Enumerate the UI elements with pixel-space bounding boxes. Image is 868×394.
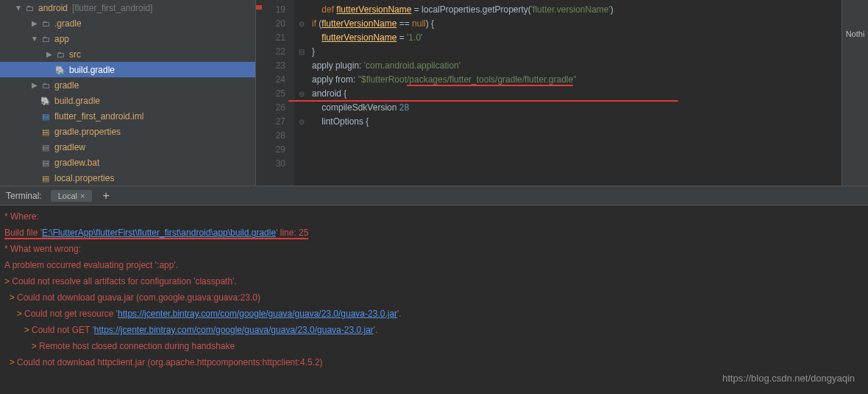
code-token: ) xyxy=(611,4,613,15)
code-line[interactable]: compileSdkVersion 28 xyxy=(294,101,842,115)
chevron-right-icon[interactable]: ▶ xyxy=(29,19,40,27)
tree-item[interactable]: ▤gradlew.bat xyxy=(0,155,255,170)
code-token: flutterVersionName xyxy=(321,32,396,43)
fold-icon[interactable]: ⊖ xyxy=(299,17,305,31)
right-pane: Nothi xyxy=(842,0,868,186)
tree-item[interactable]: 🐘build.gradle xyxy=(0,62,255,77)
code-line[interactable]: }⊟ xyxy=(294,45,842,59)
folder-icon: 🗀 xyxy=(54,49,66,60)
terminal-text: > xyxy=(4,325,32,335)
terminal-text: Could not resolve all artifacts for conf… xyxy=(12,276,236,286)
code-token: android { xyxy=(312,88,346,99)
right-pane-text: Nothi xyxy=(846,0,865,38)
fold-icon[interactable]: ⊖ xyxy=(299,115,305,129)
editor-area[interactable]: 192021222324252627282930 def flutterVers… xyxy=(256,0,868,186)
tree-root-label: android xyxy=(38,3,68,13)
terminal-text: * What went wrong: xyxy=(4,244,81,254)
add-tab-button[interactable]: + xyxy=(98,189,113,203)
tree-item[interactable]: ▤local.properties xyxy=(0,170,255,186)
fold-icon[interactable]: ⊟ xyxy=(299,45,305,59)
code-token: ) { xyxy=(426,18,434,29)
tree-item[interactable]: ▤gradlew xyxy=(0,139,255,155)
terminal-link[interactable]: https://jcenter.bintray.com/com/google/g… xyxy=(118,309,397,319)
code-line[interactable]: apply plugin: 'com.android.application' xyxy=(294,59,842,73)
close-icon[interactable]: × xyxy=(80,191,85,200)
tree-item-label: gradle.properties xyxy=(54,127,121,137)
terminal-text: Remote host closed connection during han… xyxy=(39,341,235,351)
code-token: 'com.android.application' xyxy=(364,60,460,71)
code-token: " xyxy=(573,74,576,85)
code-token xyxy=(312,32,321,43)
line-number: 22 xyxy=(256,45,285,59)
code-area[interactable]: def flutterVersionName = localProperties… xyxy=(294,0,842,186)
line-number: 25 xyxy=(256,87,285,101)
terminal-text: > xyxy=(4,341,39,351)
file-icon: ▤ xyxy=(40,157,51,169)
folder-icon: 🗀 xyxy=(24,2,35,14)
terminal-line: > Could not download httpclient.jar (org… xyxy=(4,354,864,370)
terminal-text: Build file ' xyxy=(4,228,42,239)
code-line[interactable]: apply from: "$flutterRoot/packages/flutt… xyxy=(294,73,842,87)
line-number: 21 xyxy=(256,31,285,45)
line-number: 27 xyxy=(256,115,285,129)
gradle-icon: 🐘 xyxy=(40,95,51,107)
code-token: : xyxy=(359,60,364,71)
line-number: 24 xyxy=(256,73,285,87)
terminal-label: Terminal: xyxy=(6,191,42,201)
file-yellow-icon: ▤ xyxy=(40,172,51,184)
terminal-text: * Where: xyxy=(4,211,39,222)
tree-root-annotation: [flutter_first_android] xyxy=(72,3,152,13)
terminal-tab-local[interactable]: Local × xyxy=(51,190,93,202)
tree-item[interactable]: ▤gradle.properties xyxy=(0,124,255,139)
tree-item[interactable]: ▼🗀app xyxy=(0,31,255,46)
code-token: lintOptions { xyxy=(312,116,369,127)
terminal-content[interactable]: * Where:Build file 'E:\FlutterApp\flutte… xyxy=(0,205,868,394)
terminal-text: ' line: 25 xyxy=(276,228,308,239)
terminal-link[interactable]: E:\FlutterApp\flutterFirst\flutter_first… xyxy=(42,228,276,239)
chevron-down-icon[interactable]: ▼ xyxy=(29,35,40,43)
code-line[interactable]: lintOptions {⊖ xyxy=(294,115,842,129)
code-line[interactable]: def flutterVersionName = localProperties… xyxy=(294,3,842,17)
code-token: '1.0' xyxy=(407,32,422,43)
code-token: /packages/flutter_tools/gradle/flutter.g… xyxy=(407,74,573,86)
top-split: ▼ 🗀 android [flutter_first_android] ▶🗀.g… xyxy=(0,0,868,186)
folder-icon: 🗀 xyxy=(40,33,51,45)
gutter: 192021222324252627282930 xyxy=(256,0,294,186)
terminal-text: > xyxy=(4,292,17,303)
code-token: == xyxy=(396,18,412,29)
code-token xyxy=(312,4,321,15)
line-number: 20 xyxy=(256,17,285,31)
tree-root[interactable]: ▼ 🗀 android [flutter_first_android] xyxy=(0,0,255,15)
terminal-line: > Could not GET 'https://jcenter.bintray… xyxy=(4,322,864,338)
terminal-text: Could not download guava.jar (com.google… xyxy=(17,292,260,303)
tree-item-label: src xyxy=(69,49,81,60)
terminal-text: Could not get resource ' xyxy=(24,309,118,319)
code-token: flutterVersionName xyxy=(321,18,396,29)
code-token: apply xyxy=(312,60,335,71)
terminal-line: * What went wrong: xyxy=(4,241,864,257)
code-token: = xyxy=(396,32,407,43)
terminal-line: * Where: xyxy=(4,208,864,225)
tree-item[interactable]: ▶🗀.gradle xyxy=(0,15,255,31)
project-tree[interactable]: ▼ 🗀 android [flutter_first_android] ▶🗀.g… xyxy=(0,0,256,186)
tree-item[interactable]: ▤flutter_first_android.iml xyxy=(0,108,255,124)
tree-item-label: flutter_first_android.iml xyxy=(54,111,143,122)
code-line[interactable]: if (flutterVersionName == null) {⊖ xyxy=(294,17,842,31)
code-line[interactable]: android {⊖ xyxy=(294,87,842,101)
tree-item[interactable]: ▶🗀src xyxy=(0,46,255,62)
terminal-line: > Could not download guava.jar (com.goog… xyxy=(4,289,864,306)
tree-item-label: gradle xyxy=(54,80,79,91)
line-number: 26 xyxy=(256,101,285,115)
tree-item[interactable]: 🐘build.gradle xyxy=(0,93,255,108)
code-token: : xyxy=(353,74,358,85)
tree-item[interactable]: ▶🗀gradle xyxy=(0,77,255,93)
terminal-line: A problem occurred evaluating project ':… xyxy=(4,257,864,273)
chevron-right-icon[interactable]: ▶ xyxy=(44,50,54,58)
code-token: plugin xyxy=(335,60,359,71)
fold-icon[interactable]: ⊖ xyxy=(299,87,305,101)
code-line[interactable]: flutterVersionName = '1.0' xyxy=(294,31,842,45)
terminal-link[interactable]: https://jcenter.bintray.com/com/google/g… xyxy=(94,325,374,335)
watermark: https://blog.csdn.net/dongyaqin xyxy=(722,373,855,384)
chevron-right-icon[interactable]: ▶ xyxy=(29,81,40,89)
chevron-down-icon[interactable]: ▼ xyxy=(13,4,24,12)
